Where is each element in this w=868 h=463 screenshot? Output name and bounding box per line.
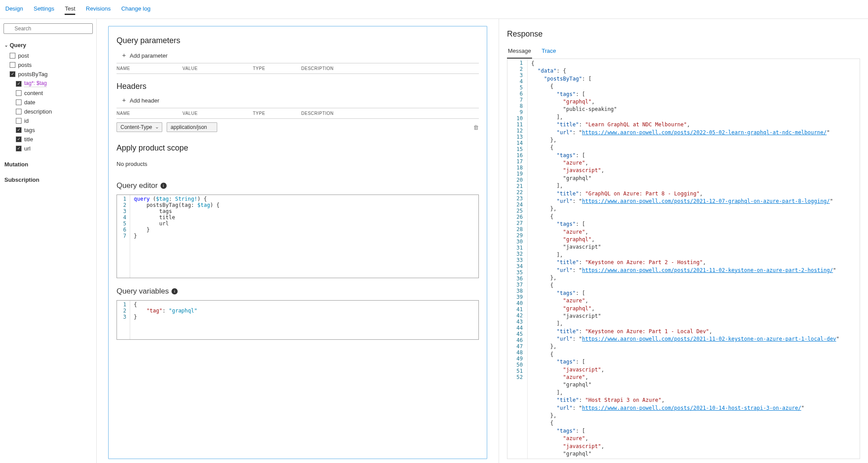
- checkbox-icon[interactable]: ✓: [16, 81, 22, 87]
- top-tabs: Design Settings Test Revisions Change lo…: [0, 0, 868, 19]
- checkbox-icon[interactable]: ✓: [10, 71, 15, 77]
- tree-subitem-label: title: [24, 136, 33, 143]
- tree-subitem-label: tag*: $tag: [24, 80, 47, 87]
- delete-header-icon[interactable]: 🗑: [473, 124, 479, 131]
- col-value: VALUE: [182, 111, 235, 116]
- tree-item[interactable]: posts: [10, 60, 93, 70]
- tree-item-label: posts: [18, 62, 32, 68]
- checkbox-icon[interactable]: [16, 90, 22, 96]
- tree-subitem[interactable]: content: [16, 88, 93, 98]
- col-value: VALUE: [182, 66, 235, 71]
- tree-subitem[interactable]: date: [16, 98, 93, 107]
- checkbox-icon[interactable]: ✓: [16, 146, 22, 151]
- headers-heading: Headers: [117, 82, 479, 91]
- params-table-header: NAME VALUE TYPE DESCRIPTION: [117, 63, 479, 74]
- tab-design[interactable]: Design: [5, 4, 23, 15]
- query-editor[interactable]: 1234567 query ($tag: String!) { postsByT…: [117, 195, 479, 278]
- query-variables-editor[interactable]: 123 { "tag": "graphql" }: [117, 300, 479, 340]
- tree-query-header[interactable]: ⌄Query: [4, 40, 93, 50]
- col-name: NAME: [117, 66, 165, 71]
- tree-item-label: postsByTag: [18, 71, 47, 77]
- col-type: TYPE: [253, 66, 284, 71]
- tree-subitem-label: tags: [24, 127, 35, 133]
- add-header-button[interactable]: ＋Add header: [121, 96, 479, 104]
- checkbox-icon[interactable]: [16, 118, 22, 124]
- chevron-down-icon: ⌄: [4, 43, 8, 48]
- checkbox-icon[interactable]: [10, 62, 15, 68]
- tree-subscription[interactable]: Subscription: [4, 172, 93, 187]
- tree-subitem[interactable]: ✓tags: [16, 125, 93, 135]
- tree-query-label: Query: [10, 42, 26, 48]
- header-name-select[interactable]: Content-Type: [117, 122, 162, 132]
- apply-scope-heading: Apply product scope: [117, 143, 479, 153]
- tree-subitem-label: date: [24, 99, 35, 106]
- col-desc: DESCRIPTION: [301, 66, 350, 71]
- tree-subitem-label: description: [24, 108, 52, 115]
- add-header-label: Add header: [130, 97, 159, 104]
- tab-trace[interactable]: Trace: [541, 45, 557, 59]
- add-param-label: Add parameter: [130, 52, 168, 59]
- search-input[interactable]: [4, 23, 93, 34]
- query-params-heading: Query parameters: [117, 36, 479, 45]
- tab-test[interactable]: Test: [65, 4, 75, 15]
- col-type: TYPE: [253, 111, 284, 116]
- col-desc: DESCRIPTION: [301, 111, 350, 116]
- tree-item-label: post: [18, 52, 29, 59]
- response-panel: Response Message Trace 12345678910111213…: [499, 19, 868, 463]
- info-icon[interactable]: i: [171, 288, 178, 294]
- checkbox-icon[interactable]: [16, 109, 22, 114]
- add-parameter-button[interactable]: ＋Add parameter: [121, 51, 479, 59]
- tree-subitem[interactable]: ✓url: [16, 144, 93, 153]
- tab-message[interactable]: Message: [507, 45, 532, 59]
- tree-subitem[interactable]: ✓tag*: $tag: [16, 79, 93, 88]
- plus-icon: ＋: [121, 51, 127, 59]
- tree-item[interactable]: post: [10, 51, 93, 60]
- headers-table-header: NAME VALUE TYPE DESCRIPTION: [117, 108, 479, 119]
- header-row: Content-Type application/json 🗑: [117, 119, 479, 136]
- response-tabs: Message Trace: [507, 45, 860, 59]
- tree-subitem-label: id: [24, 118, 29, 124]
- no-products-text: No products: [117, 158, 479, 173]
- tab-changelog[interactable]: Change log: [121, 4, 151, 15]
- center-panel: Query parameters ＋Add parameter NAME VAL…: [97, 19, 499, 463]
- checkbox-icon[interactable]: ✓: [16, 136, 22, 142]
- tab-revisions[interactable]: Revisions: [86, 4, 110, 15]
- tree-subitem-label: url: [24, 145, 30, 152]
- tree-item[interactable]: ✓postsByTag: [10, 70, 93, 79]
- response-heading: Response: [507, 29, 860, 39]
- checkbox-icon[interactable]: [10, 53, 15, 59]
- tab-settings[interactable]: Settings: [33, 4, 54, 15]
- tree-mutation[interactable]: Mutation: [4, 157, 93, 172]
- col-name: NAME: [117, 111, 165, 116]
- query-editor-heading: Query editor: [117, 181, 158, 190]
- tree-subitem[interactable]: id: [16, 116, 93, 125]
- tree-subitem[interactable]: ✓title: [16, 135, 93, 144]
- tree-subitem[interactable]: description: [16, 107, 93, 116]
- checkbox-icon[interactable]: [16, 99, 22, 105]
- tree-subitem-label: content: [24, 90, 43, 96]
- plus-icon: ＋: [121, 96, 127, 104]
- sidebar: 🔍 ⌄Query postposts✓postsByTag✓tag*: $tag…: [0, 19, 97, 463]
- response-editor[interactable]: 1234567891011121314151617181920212223242…: [507, 59, 860, 459]
- info-icon[interactable]: i: [160, 183, 167, 189]
- header-value-input[interactable]: application/json: [167, 122, 217, 132]
- checkbox-icon[interactable]: ✓: [16, 127, 22, 133]
- query-variables-heading: Query variables: [117, 287, 169, 296]
